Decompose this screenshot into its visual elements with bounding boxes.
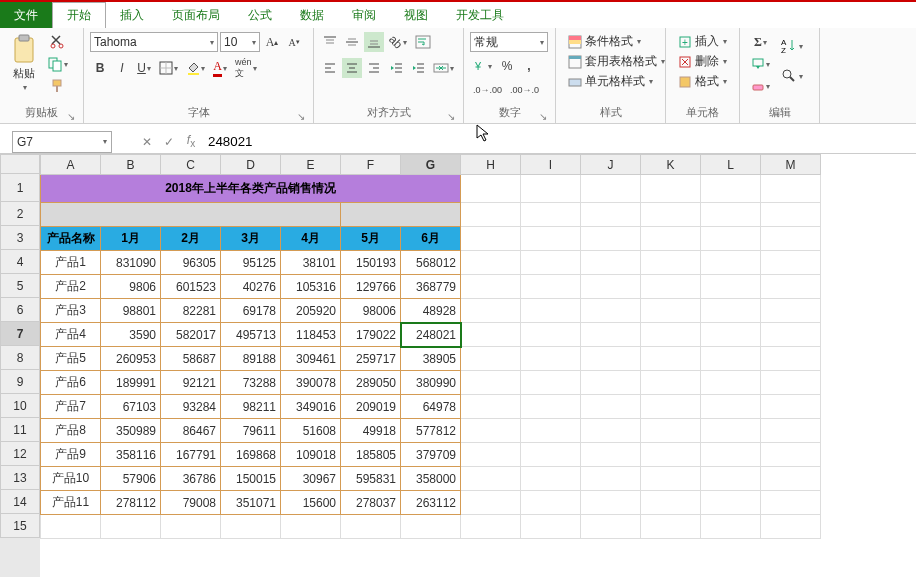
- col-header-D[interactable]: D: [221, 155, 281, 175]
- cell[interactable]: [581, 175, 641, 203]
- cell[interactable]: [641, 251, 701, 275]
- cell[interactable]: 129766: [341, 275, 401, 299]
- cell[interactable]: 259717: [341, 347, 401, 371]
- cell[interactable]: 58687: [161, 347, 221, 371]
- cell[interactable]: 40276: [221, 275, 281, 299]
- cell[interactable]: [761, 275, 821, 299]
- cell[interactable]: 150193: [341, 251, 401, 275]
- tab-home[interactable]: 开始: [52, 2, 106, 28]
- orientation-button[interactable]: ab▾: [386, 32, 410, 52]
- cell[interactable]: [761, 371, 821, 395]
- cell-styles-button[interactable]: 单元格样式▾: [564, 72, 669, 91]
- col-header-F[interactable]: F: [341, 155, 401, 175]
- col-header-E[interactable]: E: [281, 155, 341, 175]
- cell[interactable]: 368779: [401, 275, 461, 299]
- align-right-button[interactable]: [364, 58, 384, 78]
- cell[interactable]: [641, 419, 701, 443]
- cell[interactable]: 248021: [401, 323, 461, 347]
- cell[interactable]: 150015: [221, 467, 281, 491]
- cell[interactable]: 产品1: [41, 251, 101, 275]
- cell[interactable]: [641, 371, 701, 395]
- format-cells-button[interactable]: 格式▾: [674, 72, 731, 91]
- enter-button[interactable]: ✓: [158, 135, 180, 149]
- cell[interactable]: 582017: [161, 323, 221, 347]
- cell[interactable]: 69178: [221, 299, 281, 323]
- font-size-combo[interactable]: 10▾: [220, 32, 260, 52]
- cell[interactable]: 79611: [221, 419, 281, 443]
- cell[interactable]: 205920: [281, 299, 341, 323]
- cell[interactable]: 9806: [101, 275, 161, 299]
- font-launcher[interactable]: ↘: [297, 111, 305, 122]
- cell[interactable]: 产品11: [41, 491, 101, 515]
- cell[interactable]: [581, 299, 641, 323]
- cell[interactable]: [761, 395, 821, 419]
- row-header[interactable]: 13: [0, 466, 40, 490]
- cell[interactable]: 38101: [281, 251, 341, 275]
- cell[interactable]: 495713: [221, 323, 281, 347]
- cell[interactable]: 产品5: [41, 347, 101, 371]
- col-header-L[interactable]: L: [701, 155, 761, 175]
- cell[interactable]: [581, 491, 641, 515]
- autosum-button[interactable]: Σ▾: [748, 32, 773, 52]
- cell[interactable]: 79008: [161, 491, 221, 515]
- cell[interactable]: 96305: [161, 251, 221, 275]
- cell[interactable]: [581, 443, 641, 467]
- cell[interactable]: [461, 323, 521, 347]
- cell[interactable]: 82281: [161, 299, 221, 323]
- tab-page-layout[interactable]: 页面布局: [158, 2, 234, 28]
- cell[interactable]: [281, 515, 341, 539]
- cell[interactable]: [581, 395, 641, 419]
- cell[interactable]: 831090: [101, 251, 161, 275]
- tab-formulas[interactable]: 公式: [234, 2, 286, 28]
- delete-cells-button[interactable]: 删除▾: [674, 52, 731, 71]
- cell[interactable]: [581, 419, 641, 443]
- cell[interactable]: [761, 515, 821, 539]
- cell[interactable]: 64978: [401, 395, 461, 419]
- cell[interactable]: 98006: [341, 299, 401, 323]
- align-bottom-button[interactable]: [364, 32, 384, 52]
- cell[interactable]: [701, 227, 761, 251]
- cell[interactable]: [521, 467, 581, 491]
- header-cell[interactable]: 产品名称: [41, 227, 101, 251]
- number-launcher[interactable]: ↘: [539, 111, 547, 122]
- bold-button[interactable]: B: [90, 58, 110, 78]
- cell[interactable]: [581, 227, 641, 251]
- cell[interactable]: 595831: [341, 467, 401, 491]
- cell[interactable]: [581, 323, 641, 347]
- header-cell[interactable]: 4月: [281, 227, 341, 251]
- cell[interactable]: [581, 275, 641, 299]
- cell[interactable]: [461, 443, 521, 467]
- row-header[interactable]: 15: [0, 514, 40, 538]
- cell[interactable]: [701, 175, 761, 203]
- cell[interactable]: 390078: [281, 371, 341, 395]
- cell[interactable]: [461, 299, 521, 323]
- cell[interactable]: [761, 203, 821, 227]
- cell[interactable]: [641, 395, 701, 419]
- decrease-indent-button[interactable]: [386, 58, 406, 78]
- cell[interactable]: [641, 491, 701, 515]
- cell[interactable]: [461, 371, 521, 395]
- cell[interactable]: 351071: [221, 491, 281, 515]
- align-center-button[interactable]: [342, 58, 362, 78]
- col-header-I[interactable]: I: [521, 155, 581, 175]
- cell[interactable]: 185805: [341, 443, 401, 467]
- cell[interactable]: [461, 515, 521, 539]
- align-left-button[interactable]: [320, 58, 340, 78]
- cell[interactable]: [641, 443, 701, 467]
- cell[interactable]: [701, 419, 761, 443]
- cell[interactable]: 209019: [341, 395, 401, 419]
- cell[interactable]: 95125: [221, 251, 281, 275]
- cancel-button[interactable]: ✕: [136, 135, 158, 149]
- phonetic-button[interactable]: wén文▾: [232, 58, 260, 78]
- header-cell[interactable]: 6月: [401, 227, 461, 251]
- cell[interactable]: [701, 347, 761, 371]
- cell[interactable]: [521, 227, 581, 251]
- cell[interactable]: 48928: [401, 299, 461, 323]
- row-header[interactable]: 14: [0, 490, 40, 514]
- row-header[interactable]: 2: [0, 202, 40, 226]
- cell[interactable]: [641, 299, 701, 323]
- cell[interactable]: 86467: [161, 419, 221, 443]
- cell[interactable]: 3590: [101, 323, 161, 347]
- cell[interactable]: [641, 275, 701, 299]
- clipboard-launcher[interactable]: ↘: [67, 111, 75, 122]
